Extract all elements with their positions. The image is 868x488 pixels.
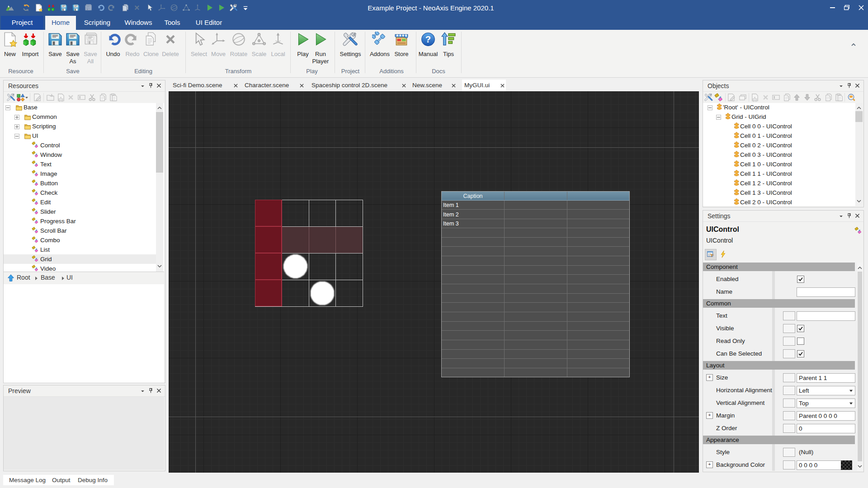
- svg-text:Item 2: Item 2: [443, 211, 459, 218]
- svg-text:Caption: Caption: [463, 193, 482, 199]
- svg-text:Item 1: Item 1: [443, 202, 459, 208]
- svg-text:Item 3: Item 3: [443, 221, 459, 227]
